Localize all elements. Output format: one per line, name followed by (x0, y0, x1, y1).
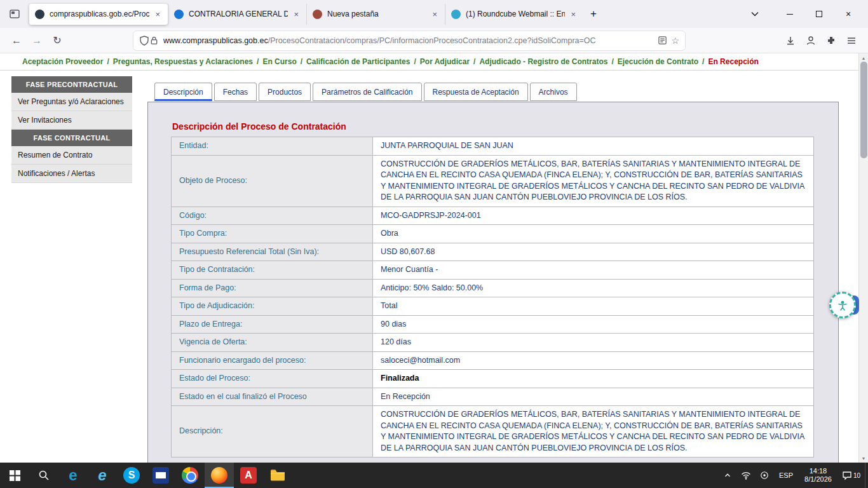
browser-tab-compraspublicas[interactable]: compraspublicas.gob.ec/Proces × (29, 4, 168, 25)
tab-close-icon[interactable]: × (153, 10, 162, 19)
edge-icon (65, 467, 81, 484)
row-label: Estado del Proceso: (172, 370, 373, 388)
back-button[interactable]: ← (6, 31, 27, 50)
notification-count-badge: 10 (853, 472, 860, 479)
browser-tab-contraloria[interactable]: CONTRALORIA GENERAL DEL ES × (168, 4, 306, 25)
forward-button[interactable]: → (27, 31, 47, 50)
taskbar-chrome-button[interactable] (175, 463, 205, 488)
search-icon (38, 470, 50, 481)
maximize-button[interactable] (804, 0, 834, 28)
minimize-button[interactable] (775, 0, 804, 28)
taskbar-edge-button[interactable] (58, 463, 88, 488)
accessibility-widget-button[interactable] (829, 292, 856, 318)
taskbar-ie-button[interactable] (88, 463, 117, 488)
breadcrumb-separator: / (414, 57, 416, 66)
row-objeto-de-proceso: Objeto de Proceso: CONSTRUCCIÓN DE GRADE… (172, 155, 814, 207)
row-value-estado: Finalizada (373, 370, 814, 388)
process-tabs: Descripción Fechas Productos Parámetros … (154, 83, 577, 101)
menu-hamburger-icon[interactable] (841, 31, 862, 50)
ie-icon (94, 467, 111, 484)
row-value: saloceci@hotmail.com (373, 351, 814, 370)
tracking-protection-shield-icon[interactable] (139, 36, 149, 46)
process-info-table: Entidad: JUNTA PARROQUIAL DE SAN JUAN Ob… (171, 137, 814, 458)
taskbar-acrobat-button[interactable] (234, 463, 263, 488)
tray-app-icon[interactable] (756, 463, 773, 488)
row-label: Código: (172, 207, 373, 225)
tab-favicon-icon (313, 10, 322, 19)
clock-time: 14:18 (804, 467, 832, 475)
taskbar-search-button[interactable] (29, 463, 58, 488)
extensions-puzzle-icon[interactable] (821, 31, 841, 50)
tab-productos[interactable]: Productos (259, 83, 311, 101)
clock[interactable]: 14:18 8/1/2026 (799, 467, 837, 484)
row-value: MCO-GADPRSJP-2024-001 (373, 207, 814, 225)
account-button[interactable] (801, 31, 821, 50)
downloads-button[interactable] (780, 31, 801, 50)
tray-chevron-up-icon[interactable] (719, 463, 736, 488)
tab-close-icon[interactable]: × (430, 10, 439, 19)
breadcrumb-aceptacion-proveedor[interactable]: Aceptación Proveedor (22, 57, 103, 66)
new-tab-button[interactable]: + (583, 6, 604, 22)
clock-date: 8/1/2026 (804, 475, 832, 484)
row-value: Menor Cuantía - (373, 261, 814, 280)
breadcrumb-preguntas-respuestas[interactable]: Preguntas, Respuestas y Aclaraciones (113, 57, 253, 66)
tab-respuesta-aceptacion[interactable]: Respuesta de Aceptación (424, 83, 528, 101)
lock-icon[interactable] (149, 36, 159, 45)
scroll-down-icon[interactable]: ▼ (859, 454, 868, 463)
page-scrollbar[interactable]: ▲ ▼ (858, 53, 868, 463)
browser-tab-nueva-pestana[interactable]: Nueva pestaña × (306, 4, 445, 25)
tab-fechas[interactable]: Fechas (214, 83, 257, 101)
list-all-tabs-chevron-icon[interactable] (751, 11, 759, 17)
row-label: Funcionario encargado del proceso: (172, 351, 373, 370)
tab-parametros-calificacion[interactable]: Parámetros de Calificación (313, 83, 421, 101)
sidebar-item-notificaciones-alertas[interactable]: Notificaciones / Alertas (11, 165, 132, 183)
tab-title: Nueva pestaña (327, 10, 426, 18)
start-button[interactable] (0, 463, 29, 488)
taskbar-firefox-button[interactable] (205, 463, 234, 488)
row-vigencia-de-oferta: Vigencia de Oferta: 120 días (172, 334, 814, 352)
minimize-icon (787, 14, 793, 15)
taskbar-file-explorer-button[interactable] (263, 463, 292, 488)
sidebar-item-ver-invitaciones[interactable]: Ver Invitaciones (11, 111, 132, 130)
row-codigo: Código: MCO-GADPRSJP-2024-001 (172, 207, 814, 225)
reader-mode-icon[interactable] (658, 36, 667, 45)
url-domain: www.compraspublicas.gob.ec (163, 36, 268, 45)
description-panel: Descripción del Proceso de Contratación … (147, 102, 839, 466)
browser-tab-roundcube[interactable]: (1) Roundcube Webmail :: Entra × (445, 4, 583, 25)
row-label: Objeto de Proceso: (172, 155, 373, 207)
notification-bubble-icon (842, 470, 852, 480)
close-window-button[interactable]: × (834, 0, 863, 28)
mail-icon (153, 467, 169, 484)
tray-wifi-icon[interactable] (736, 463, 756, 488)
taskbar-skype-button[interactable] (117, 463, 146, 488)
tab-close-icon[interactable]: × (292, 10, 301, 19)
action-center-button[interactable]: 10 (837, 463, 865, 488)
row-label: Tipo de Contratación: (172, 261, 373, 280)
tab-descripcion[interactable]: Descripción (154, 83, 212, 101)
tab-archivos[interactable]: Archivos (530, 83, 577, 101)
row-descripcion: Descripción: CONSTRUCCIÓN DE GRADERÍOS M… (172, 406, 814, 458)
firefox-view-icon[interactable] (5, 4, 24, 24)
row-value: JUNTA PARROQUIAL DE SAN JUAN (373, 137, 814, 156)
breadcrumb-adjudicado-registro[interactable]: Adjudicado - Registro de Contratos (479, 57, 607, 66)
breadcrumb-ejecucion-contrato[interactable]: Ejecución de Contrato (618, 57, 698, 66)
tab-favicon-contraloria-icon (174, 10, 184, 19)
sidebar-item-resumen-contrato[interactable]: Resumen de Contrato (11, 146, 132, 165)
reload-button[interactable]: ↻ (47, 31, 67, 50)
windows-logo-icon (10, 470, 20, 481)
language-indicator[interactable]: ESP (773, 471, 799, 479)
breadcrumb-separator: / (257, 57, 259, 66)
breadcrumb-calificacion-participantes[interactable]: Calificación de Participantes (306, 57, 410, 66)
row-value: En Recepción (373, 388, 814, 406)
breadcrumb-por-adjudicar[interactable]: Por Adjudicar (420, 57, 470, 66)
scrollbar-thumb[interactable] (860, 62, 867, 158)
row-tipo-compra: Tipo Compra: Obra (172, 225, 814, 243)
scroll-up-icon[interactable]: ▲ (859, 53, 868, 62)
sidebar-item-ver-preguntas[interactable]: Ver Preguntas y/ó Aclaraciones (11, 93, 132, 111)
url-bar[interactable]: www.compraspublicas.gob.ec/ProcesoContra… (133, 31, 685, 50)
bookmark-star-icon[interactable]: ☆ (671, 36, 679, 46)
taskbar-mail-button[interactable] (146, 463, 175, 488)
show-desktop-button[interactable] (865, 463, 868, 488)
breadcrumb-en-curso[interactable]: En Curso (262, 57, 296, 66)
tab-close-icon[interactable]: × (569, 10, 578, 19)
